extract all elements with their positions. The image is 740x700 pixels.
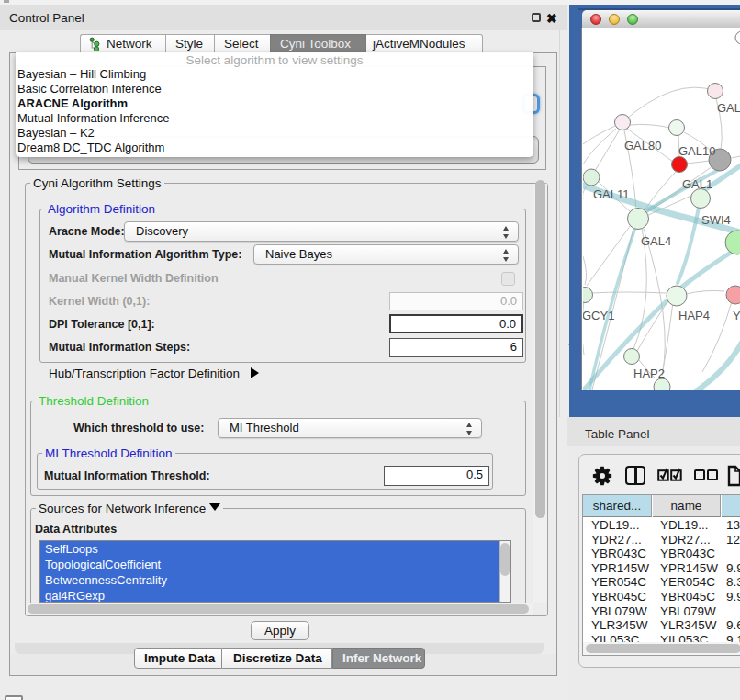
svg-text:GAL10: GAL10 [678, 144, 715, 158]
svg-text:Y: Y [733, 309, 740, 322]
svg-text:GAL4: GAL4 [641, 234, 671, 248]
svg-text:GAL7: GAL7 [717, 101, 740, 115]
svg-text:GCY1: GCY1 [583, 309, 614, 322]
svg-text:GAL80: GAL80 [624, 139, 661, 152]
svg-text:HAP2: HAP2 [633, 367, 665, 380]
svg-text:SWI4: SWI4 [701, 213, 731, 227]
svg-text:GAL11: GAL11 [593, 187, 630, 201]
svg-text:HAP4: HAP4 [678, 309, 710, 322]
svg-text:GAL1: GAL1 [682, 177, 712, 191]
